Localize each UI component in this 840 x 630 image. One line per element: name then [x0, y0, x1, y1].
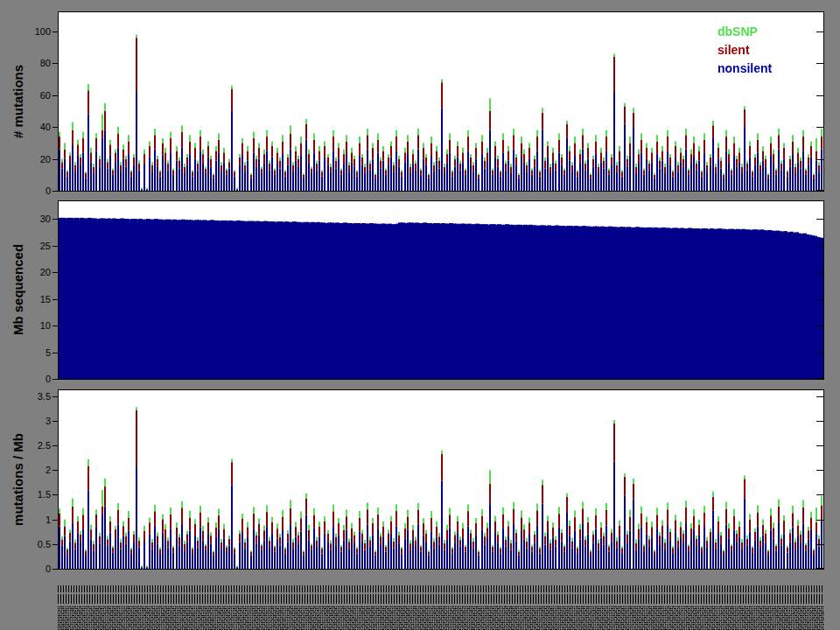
y-tick-label: 0	[7, 186, 51, 196]
sample-label-first-char-band	[58, 594, 824, 604]
y-tick-mark	[52, 299, 58, 300]
rate-panel	[58, 389, 824, 570]
coverage-panel	[58, 200, 824, 380]
y-tick-mark	[52, 272, 58, 273]
mutations-panel: dbSNP silent nonsilent	[58, 11, 824, 192]
y-tick-mark	[52, 353, 58, 354]
sample-label-text-noise	[58, 606, 824, 630]
y-tick-label: 3	[7, 416, 51, 426]
coverage-bars-canvas	[59, 201, 823, 379]
y-tick-mark	[52, 421, 58, 422]
y-tick-label: 1	[7, 514, 51, 525]
y-tick-label: 5	[7, 347, 51, 358]
y-tick-mark	[52, 470, 58, 471]
y-tick-label: 40	[7, 122, 51, 132]
y-tick-mark	[52, 445, 58, 446]
y-tick-mark	[52, 32, 58, 32]
y-tick-label: 0	[7, 564, 51, 574]
y-tick-mark	[52, 159, 58, 160]
y-tick-mark	[52, 127, 58, 128]
y-tick-mark	[52, 544, 58, 545]
y-tick-mark	[52, 326, 58, 326]
y-tick-label: 10	[7, 320, 51, 331]
mutation-rate-figure: # mutations Mb sequenced mutations / Mb …	[0, 0, 840, 630]
y-tick-label: 15	[7, 294, 51, 304]
y-tick-label: 20	[7, 154, 51, 164]
y-tick-mark	[52, 219, 58, 220]
y-tick-label: 30	[7, 214, 51, 224]
y-tick-mark	[52, 63, 58, 64]
legend-item-nonsilent: nonsilent	[718, 60, 772, 78]
y-tick-mark	[52, 191, 58, 192]
y-tick-label: 100	[7, 26, 51, 37]
legend-item-dbsnp: dbSNP	[718, 23, 772, 41]
mutations-bars-canvas	[59, 12, 823, 191]
y-tick-mark	[52, 95, 58, 96]
rate-bars-canvas	[59, 390, 823, 569]
y-tick-label: 0.5	[7, 539, 51, 550]
y-tick-mark	[52, 396, 58, 397]
y-tick-label: 80	[7, 58, 51, 68]
y-tick-label: 3.5	[7, 391, 51, 402]
y-axis-label-mutations-per-mb: mutations / Mb	[10, 374, 28, 584]
y-tick-label: 1.5	[7, 489, 51, 500]
y-tick-label: 2.5	[7, 440, 51, 451]
y-tick-mark	[52, 379, 58, 380]
y-tick-label: 2	[7, 465, 51, 475]
y-tick-label: 0	[7, 374, 51, 384]
y-tick-mark	[52, 569, 58, 570]
y-tick-mark	[52, 494, 58, 495]
y-tick-label: 20	[7, 267, 51, 277]
y-tick-label: 60	[7, 90, 51, 101]
sample-labels-strip	[58, 585, 824, 630]
y-tick-mark	[52, 246, 58, 247]
y-tick-label: 25	[7, 241, 51, 251]
sample-tick-band	[58, 585, 824, 592]
y-tick-mark	[52, 520, 58, 521]
legend-item-silent: silent	[718, 41, 772, 60]
legend: dbSNP silent nonsilent	[718, 23, 772, 78]
